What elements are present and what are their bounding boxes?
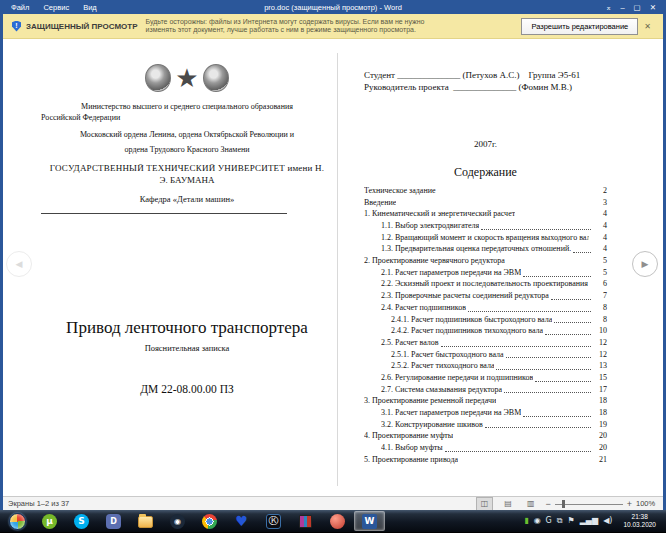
toc-entry[interactable]: 2.4. Расчет подшипников8 bbox=[364, 302, 607, 314]
toc-dot-leader bbox=[535, 381, 591, 382]
print-layout-icon[interactable]: ▤ bbox=[500, 498, 516, 510]
ribbon-options-icon[interactable]: ⌅ bbox=[605, 3, 611, 12]
toc-entry[interactable]: 1.1. Выбор электродвигателя4 bbox=[364, 220, 607, 232]
dismiss-warning-icon[interactable]: ✕ bbox=[638, 22, 657, 31]
toc-entry[interactable]: 2.4.2. Расчет подшипников тихоходного ва… bbox=[364, 325, 607, 337]
toc-entry-label: 2.5. Расчет валов bbox=[381, 337, 439, 349]
signal-tray-icon[interactable]: ▂▄▆ bbox=[580, 516, 598, 526]
zoom-out-icon[interactable]: − bbox=[545, 499, 550, 509]
window-title: pro.doc (защищенный просмотр) - Word bbox=[3, 3, 663, 12]
toc-entry[interactable]: 2. Проектирование червячного редуктора5 bbox=[364, 255, 607, 267]
close-icon[interactable]: ✕ bbox=[650, 3, 656, 12]
toc-dot-leader bbox=[523, 416, 591, 417]
toc-dot-leader bbox=[481, 229, 591, 230]
steam-icon[interactable]: ◉ bbox=[162, 511, 193, 531]
protected-view-label: ЗАЩИЩЕННЫЙ ПРОСМОТР bbox=[26, 22, 138, 31]
minimize-icon[interactable]: – bbox=[620, 3, 624, 12]
k-app-icon-glyph: Ⓚ bbox=[266, 514, 281, 529]
toc-entry-label: 3.1. Расчет параметров передачи на ЭВМ bbox=[381, 407, 521, 419]
winrar-icon[interactable] bbox=[290, 511, 321, 531]
menu-view[interactable]: Вид bbox=[83, 3, 97, 12]
toc-entry[interactable]: 2.2. Эскизный проект и последовательност… bbox=[364, 279, 607, 291]
toc-entry[interactable]: 2.4.1. Расчет подшипников быстроходного … bbox=[364, 314, 607, 326]
game-app-icon[interactable] bbox=[322, 511, 353, 531]
toc-entry-label: 2.2. Эскизный проект и последовательност… bbox=[381, 278, 588, 290]
toc-entry-page: 2 bbox=[593, 185, 607, 197]
taskbar-clock[interactable]: 21:38 10.03.2020 bbox=[617, 513, 660, 529]
toc-entry-label: 3. Проектирование ременной передачи bbox=[364, 395, 496, 407]
toc-dot-leader bbox=[523, 276, 591, 277]
status-bar: Экраны 1–2 из 37 ◫ ▤ ▥ − + 100% bbox=[3, 496, 663, 510]
toc-entry[interactable]: 2.7. Система смазывания редуктора17 bbox=[364, 384, 607, 396]
start-button[interactable] bbox=[2, 511, 33, 531]
explorer-icon[interactable] bbox=[130, 511, 161, 531]
toc-entry[interactable]: 2.6. Регулирование передачи и подшипнико… bbox=[364, 372, 607, 384]
toc-entry[interactable]: Введение3 bbox=[364, 197, 607, 209]
toc-dot-leader bbox=[545, 334, 591, 335]
word-icon[interactable]: W bbox=[354, 511, 385, 531]
window-controls: ⌅ – ▢ ✕ bbox=[605, 3, 663, 12]
toc-entry[interactable]: 4. Проектирование муфты20 bbox=[364, 430, 607, 442]
toc-entry[interactable]: 5. Проектирование привода21 bbox=[364, 454, 607, 466]
toc-entry-page: 4 bbox=[593, 232, 607, 244]
toc-entry-label: 2.4. Расчет подшипников bbox=[381, 302, 466, 314]
toc-entry[interactable]: 3. Проектирование ременной передачи18 bbox=[364, 395, 607, 407]
toc-entry[interactable]: 2.5. Расчет валов12 bbox=[364, 337, 607, 349]
zoom-slider-thumb[interactable] bbox=[562, 500, 565, 508]
volume-tray-icon[interactable]: ◀) bbox=[603, 516, 612, 526]
toc-dot-leader bbox=[445, 451, 591, 452]
enable-editing-button[interactable]: Разрешить редактирование bbox=[521, 18, 638, 35]
university-name-line-2: Э. БАУМАНА bbox=[41, 174, 333, 186]
zoom-percentage[interactable]: 100% bbox=[636, 499, 658, 508]
update-tray-icon[interactable]: ◉ bbox=[534, 516, 541, 526]
toc-entry[interactable]: 3.1. Расчет параметров передачи на ЭВМ18 bbox=[364, 407, 607, 419]
nvidia-tray-icon[interactable]: ▮ bbox=[524, 516, 528, 526]
heart-app-icon[interactable]: ♥ bbox=[226, 511, 257, 531]
toc-entry-page: 10 bbox=[593, 325, 607, 337]
utorrent-icon[interactable]: µ bbox=[34, 511, 65, 531]
web-layout-icon[interactable]: ▥ bbox=[523, 498, 539, 510]
toc-entry[interactable]: 3.2. Конструирование шкивов19 bbox=[364, 419, 607, 431]
g-tray-icon[interactable]: G bbox=[546, 516, 552, 526]
screen-count-label[interactable]: Экраны 1–2 из 37 bbox=[8, 499, 69, 508]
menu-file[interactable]: Файл bbox=[11, 3, 29, 12]
toc-entry-label: 2. Проектирование червячного редуктора bbox=[364, 255, 505, 267]
toc-entry-label: 1. Кинематический и энергетический расче… bbox=[364, 208, 515, 220]
toc-entry[interactable]: 2.1. Расчет параметров передачи на ЭВМ5 bbox=[364, 267, 607, 279]
order-star-emblem: ★ bbox=[174, 64, 200, 92]
network-tray-icon[interactable]: ⧉ bbox=[557, 516, 563, 526]
toc-entry[interactable]: 4.1. Выбор муфты20 bbox=[364, 442, 607, 454]
zoom-slider[interactable] bbox=[555, 499, 623, 509]
toc-entry[interactable]: 2.5.1. Расчет быстроходного вала12 bbox=[364, 349, 607, 361]
maximize-icon[interactable]: ▢ bbox=[634, 3, 641, 12]
title-bar: pro.doc (защищенный просмотр) - Word Фай… bbox=[3, 0, 663, 14]
toc-entry[interactable]: 2.5.2. Расчет тихоходного вала13 bbox=[364, 360, 607, 372]
toc-entry-page: 5 bbox=[593, 267, 607, 279]
toc-heading: Содержание bbox=[364, 164, 607, 180]
toc-entry[interactable]: 1.2. Вращающий момент и скорость вращени… bbox=[364, 232, 607, 244]
winrar-icon-glyph bbox=[299, 515, 312, 528]
toc-entry[interactable]: 1.3. Предварительная оценка передаточных… bbox=[364, 243, 607, 255]
read-mode-icon[interactable]: ◫ bbox=[476, 497, 494, 511]
k-app-icon[interactable]: Ⓚ bbox=[258, 511, 289, 531]
toc-entry[interactable]: 2.3. Проверочные расчеты соединений реду… bbox=[364, 290, 607, 302]
toc-entry-page: 3 bbox=[593, 197, 607, 209]
skype-icon[interactable]: S bbox=[66, 511, 97, 531]
document-title: Привод ленточного транспортера bbox=[41, 318, 333, 338]
page-divider bbox=[337, 53, 338, 486]
discord-icon[interactable]: D bbox=[98, 511, 129, 531]
toc-dot-leader bbox=[441, 346, 591, 347]
toc-entry[interactable]: Техническое задание2 bbox=[364, 185, 607, 197]
zoom-in-icon[interactable]: + bbox=[627, 499, 632, 509]
toc-dot-leader bbox=[573, 252, 591, 253]
menu-service[interactable]: Сервис bbox=[43, 3, 69, 12]
previous-screen-button[interactable]: ◀ bbox=[6, 251, 32, 277]
toc-entry-page: 12 bbox=[593, 349, 607, 361]
flag-tray-icon[interactable]: ⚑ bbox=[568, 516, 575, 526]
toc-entry-label: 2.4.2. Расчет подшипников тихоходного ва… bbox=[391, 325, 543, 337]
chrome-icon[interactable] bbox=[194, 511, 225, 531]
year-line: 2007г. bbox=[364, 139, 607, 150]
next-screen-button[interactable]: ▶ bbox=[632, 251, 658, 277]
order-of-red-banner-emblem bbox=[203, 64, 229, 92]
toc-entry[interactable]: 1. Кинематический и энергетический расче… bbox=[364, 208, 607, 220]
